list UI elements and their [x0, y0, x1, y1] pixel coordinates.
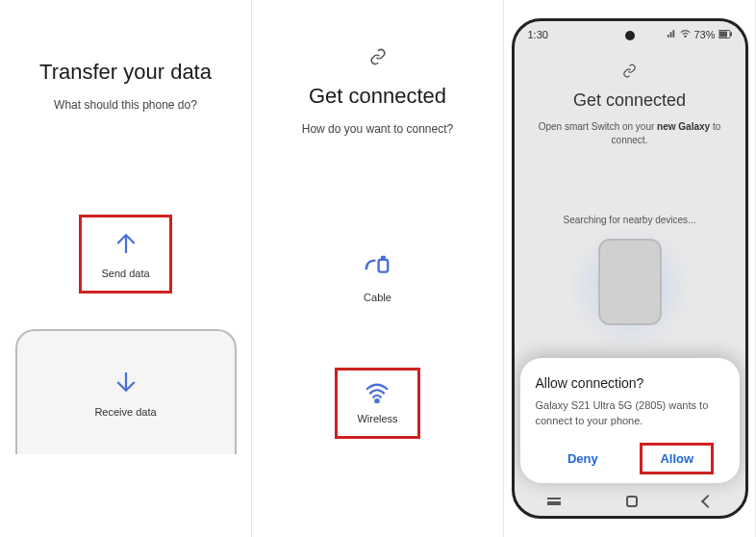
device-placeholder-icon [598, 239, 662, 325]
wifi-status-icon [680, 29, 691, 40]
svg-point-2 [376, 399, 379, 402]
permission-dialog: Allow connection? Galaxy S21 Ultra 5G (2… [520, 358, 740, 483]
wireless-option[interactable]: Wireless [338, 371, 416, 436]
battery-icon [718, 29, 732, 40]
receive-data-option[interactable]: Receive data [15, 329, 237, 454]
page-title: Transfer your data [39, 60, 212, 85]
wifi-icon [364, 382, 391, 403]
connection-options: Cable Wireless [338, 251, 416, 436]
screen-transfer-data: Transfer your data What should this phon… [0, 0, 252, 537]
wireless-label: Wireless [357, 413, 397, 424]
page-subtitle: What should this phone do? [54, 98, 197, 112]
instruction-bold: new Galaxy [657, 121, 710, 132]
searching-animation [563, 239, 697, 335]
svg-rect-0 [379, 260, 389, 272]
page-title: Get connected [573, 90, 686, 111]
link-icon [622, 64, 637, 81]
dialog-body: Galaxy S21 Ultra 5G (2805) wants to conn… [536, 398, 724, 428]
home-button[interactable] [626, 496, 638, 507]
phone-frame: 1:30 73% [512, 18, 748, 519]
dialog-title: Allow connection? [536, 375, 724, 391]
receive-data-label: Receive data [94, 406, 156, 418]
svg-rect-5 [719, 32, 727, 38]
deny-button[interactable]: Deny [548, 446, 617, 472]
back-button[interactable] [700, 495, 714, 508]
signal-icon [667, 29, 677, 40]
screen-allow-connection: 1:30 73% [504, 0, 756, 537]
allow-button[interactable]: Allow [643, 446, 711, 472]
svg-rect-6 [730, 33, 732, 37]
link-icon [369, 48, 387, 70]
arrow-down-icon [112, 368, 140, 396]
page-title: Get connected [309, 84, 446, 109]
svg-point-3 [685, 36, 686, 37]
camera-notch [625, 31, 635, 40]
cable-label: Cable [364, 292, 391, 303]
svg-rect-1 [381, 256, 386, 261]
navigation-bar [515, 487, 745, 516]
status-time: 1:30 [528, 29, 548, 40]
cable-option[interactable]: Cable [362, 251, 392, 303]
instruction-text: Open smart Switch on your new Galaxy to … [532, 120, 728, 147]
cable-icon [362, 251, 392, 282]
arrow-up-icon [112, 229, 140, 258]
instruction-pre: Open smart Switch on your [539, 121, 657, 132]
options-group: Send data Receive data [15, 217, 237, 454]
recents-button[interactable] [547, 498, 561, 505]
send-data-option[interactable]: Send data [82, 217, 168, 291]
send-data-label: Send data [101, 268, 149, 279]
screen-get-connected-options: Get connected How do you want to connect… [252, 0, 504, 537]
dialog-actions: Deny Allow [536, 446, 724, 472]
battery-text: 73% [693, 29, 715, 40]
page-subtitle: How do you want to connect? [302, 122, 453, 136]
